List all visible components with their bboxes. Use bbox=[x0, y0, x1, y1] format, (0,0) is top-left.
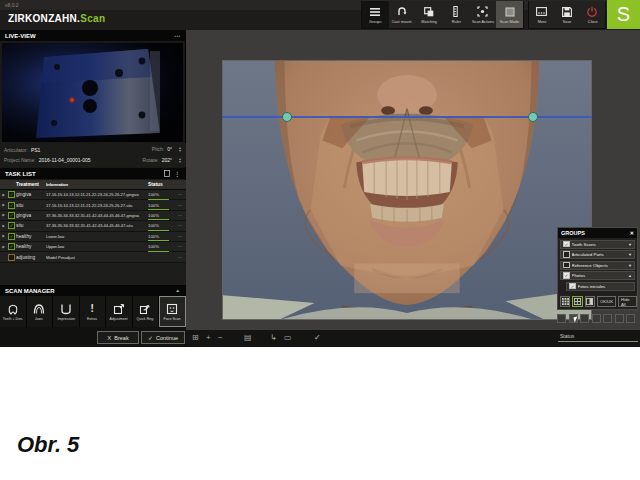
row-menu-icon[interactable]: ⋯ bbox=[174, 223, 186, 228]
row-checkbox[interactable] bbox=[8, 254, 15, 261]
scan-manager-tools: Teeth + Dies Jaws Impression ! Extras Ad… bbox=[0, 296, 186, 327]
row-menu-icon[interactable]: ⋯ bbox=[174, 203, 186, 208]
zoom-out-icon[interactable]: − bbox=[218, 333, 223, 343]
more-button[interactable]: More bbox=[529, 1, 554, 28]
rotate-view-icon[interactable]: ↳ bbox=[270, 333, 277, 343]
scan-manager-collapse-icon[interactable]: ▲ bbox=[176, 288, 181, 293]
scan-actions-icon bbox=[477, 6, 488, 18]
chevron-down-icon[interactable]: ▼ bbox=[628, 242, 632, 247]
ruler-button[interactable]: Ruler bbox=[442, 1, 469, 28]
cast-mount-button[interactable]: Cast mount. bbox=[389, 1, 416, 28]
col-information: Information bbox=[46, 182, 148, 187]
plane-handle-right[interactable] bbox=[528, 112, 538, 122]
live-view-camera-image bbox=[2, 43, 183, 142]
task-row[interactable]: ▶ ✓ situ 17-16-15-14-13-12-11-21-22-23-2… bbox=[0, 200, 186, 210]
confirm-check-icon[interactable]: ✓ bbox=[314, 333, 321, 343]
groups-button[interactable]: Groups bbox=[362, 1, 389, 28]
task-row[interactable]: ▶ ✓ situ 37-36-35-34-33-32-31-41-42-43-4… bbox=[0, 221, 186, 231]
zoom-fit-icon[interactable]: ⊞ bbox=[192, 333, 199, 343]
group-item-photos[interactable]: ✓ Photos ▲ bbox=[560, 271, 635, 280]
group-subitem-fotos-iniciales[interactable]: ✓ Fotos iniciales bbox=[566, 282, 635, 291]
view-preset-icon[interactable] bbox=[603, 314, 612, 323]
task-row[interactable]: ▶ ✓ gingiva 37-36-35-34-33-32-31-41-42-4… bbox=[0, 211, 186, 221]
matching-button[interactable]: Matching bbox=[416, 1, 443, 28]
scan-actions-button[interactable]: Scan Actions bbox=[469, 1, 496, 28]
row-menu-icon[interactable]: ⋯ bbox=[174, 234, 186, 239]
quick-reg-tool[interactable]: Quick Reg. bbox=[133, 296, 160, 327]
patient-face-photo[interactable] bbox=[222, 60, 592, 320]
group-checkbox[interactable]: ✓ bbox=[563, 272, 570, 279]
row-expander-icon[interactable]: ▶ bbox=[0, 203, 7, 207]
face-scan-tool[interactable]: Face Scan bbox=[159, 296, 186, 327]
row-menu-icon[interactable]: ⋯ bbox=[174, 244, 186, 249]
group-item-tooth-scans[interactable]: ✓ Tooth Scans ▼ bbox=[560, 240, 635, 249]
row-checkbox[interactable]: ✓ bbox=[8, 233, 15, 240]
view-preset-icon[interactable] bbox=[615, 314, 624, 323]
group-item-reference-objects[interactable]: Reference Objects ▼ bbox=[560, 261, 635, 270]
status-label: Status bbox=[560, 333, 574, 339]
row-checkbox[interactable]: ✓ bbox=[8, 212, 15, 219]
impression-tool[interactable]: Impression bbox=[53, 296, 80, 327]
grid-nine-view-icon[interactable] bbox=[560, 296, 570, 307]
row-checkbox[interactable]: ✓ bbox=[8, 191, 15, 198]
row-expander-icon[interactable]: ▶ bbox=[0, 213, 7, 217]
continue-button[interactable]: ✓ Continue bbox=[141, 331, 185, 344]
matching-icon bbox=[424, 6, 434, 18]
hide-all-button[interactable]: Hide All bbox=[618, 296, 637, 307]
pitch-value: 0° bbox=[167, 146, 172, 152]
mesh-view-icon[interactable]: ▤ bbox=[244, 333, 252, 343]
snapshot-icon[interactable]: ▭ bbox=[284, 333, 292, 343]
task-row[interactable]: ▶ ✓ healthy UpperJaw 100% ⋯ bbox=[0, 242, 186, 252]
row-expander-icon[interactable]: ▶ bbox=[0, 224, 7, 228]
plane-handle-left[interactable] bbox=[282, 112, 292, 122]
jaws-tool[interactable]: Jaws bbox=[27, 296, 54, 327]
zoom-in-icon[interactable]: + bbox=[206, 333, 211, 343]
ok-uk-button[interactable]: OK/UK bbox=[597, 296, 616, 307]
teeth-dies-tool[interactable]: Teeth + Dies bbox=[0, 296, 27, 327]
task-list-file-icon[interactable] bbox=[164, 170, 170, 177]
adjustment-icon bbox=[113, 303, 125, 315]
task-list-menu-icon[interactable]: ⋮ bbox=[174, 170, 181, 177]
view-preset-icon[interactable] bbox=[557, 314, 566, 323]
task-row[interactable]: adjusting Model Preadjust ⋯ bbox=[0, 252, 186, 262]
break-button[interactable]: X Break bbox=[97, 331, 139, 344]
zirkonzahn-logo-tile[interactable]: S bbox=[607, 0, 640, 29]
close-icon[interactable]: ✕ bbox=[630, 230, 634, 236]
task-row[interactable]: ▶ ✓ healthy LowerJaw 100% ⋯ bbox=[0, 232, 186, 242]
live-view-menu-icon[interactable]: ⋯ bbox=[174, 32, 181, 39]
status-line bbox=[558, 341, 638, 342]
row-menu-icon[interactable]: ⋯ bbox=[174, 213, 186, 218]
row-checkbox[interactable]: ✓ bbox=[8, 222, 15, 229]
view-preset-icon[interactable] bbox=[592, 314, 601, 323]
close-button[interactable]: Close bbox=[580, 1, 605, 28]
scan-mode-button[interactable]: Scan Mode bbox=[496, 1, 523, 28]
row-expander-icon[interactable]: ▶ bbox=[0, 234, 7, 238]
row-menu-icon[interactable]: ⋯ bbox=[174, 192, 186, 197]
row-expander-icon[interactable]: ▶ bbox=[0, 245, 7, 249]
view-preset-icon-active[interactable] bbox=[569, 314, 578, 323]
chevron-down-icon[interactable]: ▼ bbox=[628, 263, 632, 268]
group-item-articulated-parts[interactable]: Articulated Parts ▼ bbox=[560, 250, 635, 259]
adjustment-tool[interactable]: Adjustment bbox=[106, 296, 133, 327]
articulator-label: Articulator: bbox=[4, 147, 28, 153]
row-checkbox[interactable]: ✓ bbox=[8, 243, 15, 250]
grid-four-view-icon[interactable] bbox=[572, 296, 582, 307]
pitch-stepper[interactable]: ▴▾ bbox=[179, 146, 181, 152]
chevron-down-icon[interactable]: ▼ bbox=[628, 252, 632, 257]
rotate-stepper[interactable]: ▴▾ bbox=[179, 157, 181, 163]
group-checkbox[interactable] bbox=[563, 262, 570, 269]
chevron-up-icon[interactable]: ▲ bbox=[628, 273, 632, 278]
extras-tool[interactable]: ! Extras bbox=[80, 296, 107, 327]
row-expander-icon[interactable]: ▶ bbox=[0, 193, 7, 197]
row-menu-icon[interactable]: ⋯ bbox=[174, 255, 186, 260]
view-preset-icon[interactable] bbox=[626, 314, 635, 323]
view-preset-icon[interactable] bbox=[580, 314, 589, 323]
group-checkbox[interactable]: ✓ bbox=[569, 283, 576, 290]
split-view-icon[interactable] bbox=[585, 296, 595, 307]
group-checkbox[interactable] bbox=[563, 251, 570, 258]
group-checkbox[interactable]: ✓ bbox=[563, 241, 570, 248]
row-checkbox[interactable]: ✓ bbox=[8, 202, 15, 209]
impression-icon bbox=[60, 303, 72, 315]
save-button[interactable]: Save bbox=[554, 1, 579, 28]
task-row[interactable]: ▶ ✓ gingiva 17-16-15-14-13-12-11-21-22-2… bbox=[0, 190, 186, 200]
